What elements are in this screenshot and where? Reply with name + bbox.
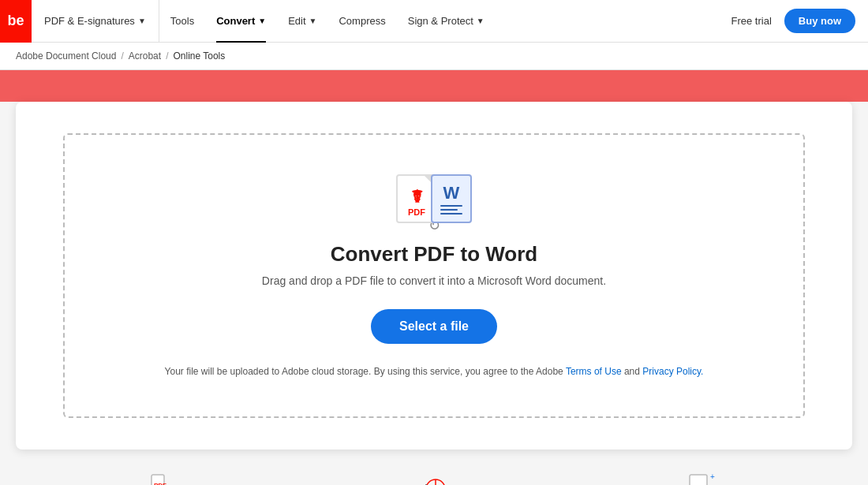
breadcrumb: Adobe Document Cloud / Acrobat / Online … [0, 43, 868, 70]
nav-item-tools[interactable]: Tools [159, 0, 205, 43]
brand-chevron-icon: ▼ [138, 17, 146, 25]
navbar-right: Free trial Buy now [725, 9, 868, 33]
privacy-policy-link[interactable]: Privacy Policy. [642, 366, 703, 377]
buy-now-button[interactable]: Buy now [784, 9, 855, 33]
svg-text:PDF: PDF [154, 482, 166, 485]
terms-notice: Your file will be uploaded to Adobe clou… [165, 366, 704, 377]
word-file-icon: W [431, 174, 472, 223]
edit-chevron-icon: ▼ [309, 17, 317, 25]
nav-item-sign-protect[interactable]: Sign & Protect ▼ [397, 0, 496, 43]
svg-text:+: + [710, 473, 715, 481]
main-content: ☤ PDF W ↻ [0, 102, 868, 450]
breadcrumb-adobe-doc-cloud[interactable]: Adobe Document Cloud [16, 50, 116, 62]
bottom-pdf-to-word[interactable]: PDF W [150, 473, 181, 485]
page-title: Convert PDF to Word [331, 242, 537, 267]
drop-zone[interactable]: ☤ PDF W ↻ [63, 133, 805, 418]
adobe-logo: be [0, 0, 32, 43]
nav-item-convert[interactable]: Convert ▼ [205, 0, 277, 43]
compress-pdf-icon [418, 473, 450, 485]
pdf-to-word-icon: PDF W [150, 473, 181, 485]
acrobat-symbol: ☤ [411, 187, 423, 207]
pdf-label: PDF [408, 207, 425, 217]
breadcrumb-current: Online Tools [173, 50, 225, 62]
word-lines [440, 205, 462, 215]
pdf-esignatures-menu[interactable]: PDF & E-signatures ▼ [32, 0, 159, 43]
breadcrumb-sep-2: / [166, 50, 168, 62]
nav-item-edit[interactable]: Edit ▼ [277, 0, 327, 43]
word-w-symbol: W [443, 183, 460, 203]
upload-card: ☤ PDF W ↻ [16, 102, 852, 450]
free-trial-link[interactable]: Free trial [725, 15, 778, 27]
select-file-button[interactable]: Select a file [371, 309, 497, 344]
bottom-pdf-tools[interactable]: PDF + [687, 473, 718, 485]
conversion-icons: ☤ PDF W ↻ [396, 174, 472, 223]
breadcrumb-acrobat[interactable]: Acrobat [129, 50, 161, 62]
word-line-3 [440, 213, 462, 215]
pdf-tools-icon: PDF + [687, 473, 718, 485]
hero-section: ☤ PDF W ↻ [0, 70, 868, 450]
nav-item-compress[interactable]: Compress [327, 0, 396, 43]
bottom-compress[interactable] [418, 473, 450, 485]
terms-of-use-link[interactable]: Terms of Use [566, 366, 622, 377]
bottom-tools: PDF W PDF + [0, 457, 868, 485]
breadcrumb-sep-1: / [121, 50, 123, 62]
page-subtitle: Drag and drop a PDF file to convert it i… [262, 274, 606, 287]
convert-chevron-icon: ▼ [258, 17, 266, 25]
word-line-2 [440, 209, 458, 211]
word-line-1 [440, 205, 462, 207]
sign-protect-chevron-icon: ▼ [477, 17, 485, 25]
navbar: be PDF & E-signatures ▼ Tools Convert ▼ … [0, 0, 868, 43]
nav-menu: Tools Convert ▼ Edit ▼ Compress Sign & P… [159, 0, 725, 43]
